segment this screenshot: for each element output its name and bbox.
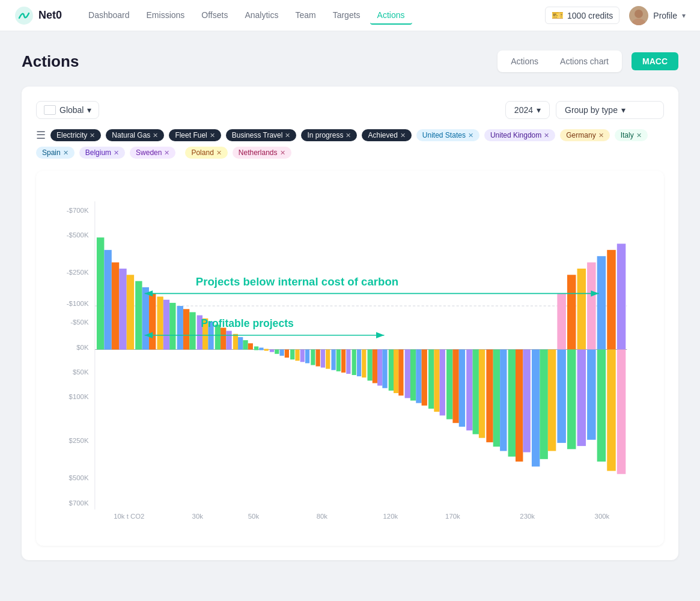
svg-text:$700K: $700K [69,499,89,507]
credits-badge[interactable]: 🎫 1000 credits [545,7,619,24]
nav-analytics[interactable]: Analytics [237,7,285,25]
tag-italy[interactable]: Italy ✕ [615,129,648,141]
tag-belgium[interactable]: Belgium ✕ [79,147,125,159]
svg-point-2 [632,19,645,25]
svg-text:$0K: $0K [76,344,89,351]
tag-in-progress-close[interactable]: ✕ [345,132,351,139]
svg-rect-86 [452,350,458,423]
tag-us-close[interactable]: ✕ [468,132,473,139]
svg-rect-72 [373,350,377,383]
nav-offsets[interactable]: Offsets [194,7,235,25]
svg-rect-111 [607,250,616,350]
nav-right: 🎫 1000 credits Profile ▾ [545,6,686,25]
tag-uk-close[interactable]: ✕ [544,132,549,139]
tag-poland-close[interactable]: ✕ [216,149,222,157]
tab-actions[interactable]: Actions [500,53,549,70]
svg-rect-77 [398,350,403,396]
svg-rect-75 [389,350,394,391]
svg-rect-113 [617,244,626,350]
logo[interactable]: Net0 [14,6,62,25]
tag-us[interactable]: United States ✕ [416,129,479,141]
tag-natural-gas-close[interactable]: ✕ [153,132,158,139]
tag-electricity[interactable]: Electricity ✕ [50,129,101,141]
svg-rect-60 [311,350,315,365]
svg-marker-121 [376,332,384,338]
svg-rect-66 [341,350,345,373]
tag-sweden-close[interactable]: ✕ [164,149,169,157]
svg-rect-38 [189,312,195,349]
nav-team[interactable]: Team [288,7,323,25]
tag-spain[interactable]: Spain ✕ [36,147,75,159]
globe-icon [44,105,56,115]
nav-targets[interactable]: Targets [326,7,368,25]
year-dropdown[interactable]: 2024 ▾ [505,101,550,119]
page-title: Actions [22,52,79,71]
year-label: 2024 [514,105,533,115]
svg-rect-81 [422,350,427,406]
tag-fleet-fuel-close[interactable]: ✕ [210,132,215,139]
svg-rect-28 [119,269,126,350]
svg-text:300k: 300k [595,513,610,520]
profile-menu[interactable]: Profile ▾ [629,6,686,25]
nav-actions[interactable]: Actions [370,7,412,25]
group-by-dropdown[interactable]: Group by type ▾ [556,101,664,119]
svg-rect-87 [459,350,465,427]
svg-rect-59 [305,350,309,364]
svg-rect-100 [557,293,566,349]
tag-netherlands-close[interactable]: ✕ [280,149,285,157]
tag-achieved-close[interactable]: ✕ [400,132,406,139]
svg-rect-33 [157,297,163,350]
year-chevron-icon: ▾ [537,105,541,115]
tag-belgium-close[interactable]: ✕ [114,149,119,157]
svg-rect-46 [238,337,243,350]
svg-rect-96 [523,350,530,453]
tag-italy-close[interactable]: ✕ [636,132,642,139]
nav-emissions[interactable]: Emissions [139,7,192,25]
svg-rect-68 [352,350,356,375]
svg-rect-110 [597,350,606,462]
tag-electricity-close[interactable]: ✕ [90,132,95,139]
svg-rect-88 [466,350,472,431]
tag-spain-close[interactable]: ✕ [63,149,68,157]
svg-rect-85 [446,350,452,419]
avatar [629,6,648,25]
svg-text:-$250K: -$250K [67,269,89,276]
tag-natural-gas[interactable]: Natural Gas ✕ [106,129,164,141]
svg-rect-36 [177,306,183,350]
navbar: Net0 Dashboard Emissions Offsets Analyti… [0,0,700,31]
svg-rect-71 [368,350,373,381]
svg-rect-80 [416,350,421,403]
tab-actions-chart[interactable]: Actions chart [549,53,619,70]
tag-in-progress[interactable]: In progress ✕ [301,129,357,141]
tag-sweden[interactable]: Sweden ✕ [130,147,175,159]
svg-rect-78 [405,350,410,398]
credits-count: 1000 credits [567,11,613,20]
tag-achieved[interactable]: Achieved ✕ [362,129,411,141]
svg-rect-51 [264,349,269,351]
svg-rect-37 [183,309,189,349]
svg-rect-53 [275,350,279,354]
svg-rect-97 [532,350,540,467]
global-dropdown[interactable]: Global ▾ [36,101,99,119]
tag-fleet-fuel[interactable]: Fleet Fuel ✕ [169,129,221,141]
tag-business-travel-close[interactable]: ✕ [285,132,290,139]
svg-rect-84 [440,350,445,416]
credits-icon: 🎫 [552,10,564,21]
tag-germany[interactable]: Germany ✕ [560,129,609,141]
tab-group: Actions Actions chart [498,50,622,72]
tag-germany-close[interactable]: ✕ [598,132,604,139]
page-content: Actions Actions Actions chart MACC Globa… [0,31,700,591]
tag-business-travel[interactable]: Business Travel ✕ [226,129,297,141]
page-header: Actions Actions Actions chart MACC [22,50,678,72]
tab-macc[interactable]: MACC [632,52,678,70]
nav-dashboard[interactable]: Dashboard [81,7,137,25]
svg-text:230k: 230k [520,513,535,520]
tag-uk[interactable]: United Kingdom ✕ [484,129,555,141]
tag-netherlands[interactable]: Netherlands ✕ [233,147,291,159]
tag-poland[interactable]: Poland ✕ [185,147,227,159]
svg-rect-79 [410,350,416,401]
filter-icon[interactable]: ☰ [36,129,46,142]
svg-text:Profitable projects: Profitable projects [201,317,294,329]
svg-text:$100K: $100K [69,393,89,400]
svg-text:30k: 30k [192,513,204,520]
